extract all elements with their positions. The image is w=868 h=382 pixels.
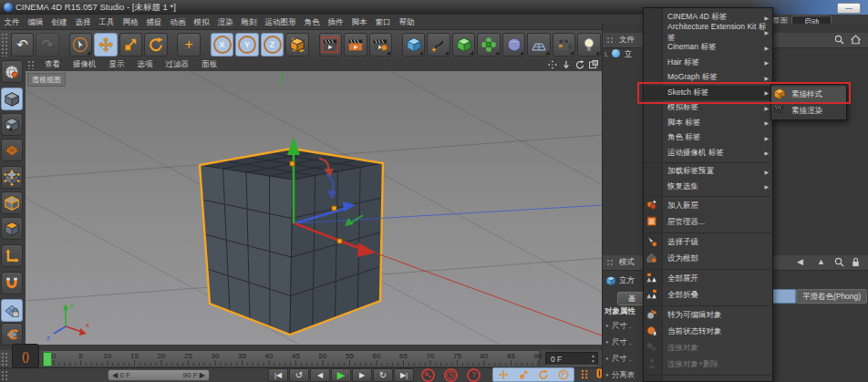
- add-camera-button[interactable]: [553, 33, 576, 57]
- menu-11[interactable]: 雕刻: [237, 15, 261, 29]
- workplane-lock-button[interactable]: [1, 299, 23, 322]
- timeline-ruler[interactable]: 051015202530354045505560657075808590: [42, 350, 540, 367]
- play-button[interactable]: ▶: [331, 368, 351, 382]
- viewport-menu-2[interactable]: 摄像机: [67, 59, 103, 70]
- key-pla-button[interactable]: [580, 368, 591, 379]
- menu-item-运动摄像机-标签[interactable]: 运动摄像机 标签▶: [644, 146, 772, 161]
- key-parameter-button[interactable]: P: [558, 369, 569, 380]
- search-icon[interactable]: [833, 256, 845, 268]
- attribute-row[interactable]: ●尺寸 .: [605, 321, 631, 332]
- model-mode-button[interactable]: [1, 88, 23, 110]
- menu-5[interactable]: 工具: [95, 15, 119, 29]
- menu-6[interactable]: 网格: [119, 15, 142, 29]
- menu-17[interactable]: 帮助: [395, 15, 418, 29]
- attribute-row[interactable]: ●尺寸 .: [605, 354, 631, 365]
- autokey-button[interactable]: [444, 368, 458, 382]
- menu-item-设为根部[interactable]: 设为根部: [644, 251, 772, 267]
- viewport-menu-6[interactable]: 面板: [195, 59, 223, 70]
- anim-dot-icon[interactable]: ●: [605, 356, 609, 361]
- coordinate-system-button[interactable]: [285, 33, 309, 57]
- attribute-manager-grip[interactable]: [606, 259, 614, 266]
- animation-palette-icon[interactable]: (): [12, 344, 39, 368]
- loop-button[interactable]: ↻: [373, 368, 393, 382]
- spinner-arrows-icon[interactable]: ▲▼: [591, 353, 595, 364]
- menu-item-Hair-标签[interactable]: Hair 标签▶: [644, 56, 772, 71]
- menu-item-转为可编辑对象[interactable]: 转为可编辑对象: [644, 307, 772, 324]
- rotate-view-button[interactable]: [573, 58, 586, 70]
- viewport-menu-1[interactable]: 查看: [38, 59, 67, 70]
- home-icon[interactable]: [850, 34, 862, 46]
- current-frame-field[interactable]: 0 F▲▼: [545, 352, 598, 366]
- texture-mode-button[interactable]: [1, 113, 23, 136]
- viewport-menu-3[interactable]: 显示: [103, 59, 131, 70]
- menu-13[interactable]: 角色: [300, 15, 324, 29]
- viewport-menu-5[interactable]: 过滤器: [160, 59, 196, 70]
- add-deformer-button[interactable]: [477, 33, 501, 57]
- workplane-align-button[interactable]: [1, 323, 23, 346]
- search-icon[interactable]: [833, 34, 845, 46]
- submenu-item-素描渲染[interactable]: 素描渲染: [771, 103, 846, 119]
- add-light-button[interactable]: [577, 33, 601, 57]
- record-keyframe-button[interactable]: [421, 368, 435, 382]
- menu-item-全部展开[interactable]: 全部展开: [644, 271, 772, 287]
- key-rotation-button[interactable]: [538, 369, 549, 380]
- menu-1[interactable]: 文件: [0, 15, 24, 29]
- move-button[interactable]: [94, 33, 118, 57]
- menu-10[interactable]: 渲染: [213, 15, 237, 29]
- key-scale-button[interactable]: [518, 369, 529, 380]
- object-manager-menu[interactable]: 文件: [619, 35, 635, 46]
- menu-9[interactable]: 模拟: [190, 15, 213, 29]
- add-environment-button[interactable]: [502, 33, 526, 57]
- menu-item-全部折叠[interactable]: 全部折叠: [644, 287, 772, 304]
- viewport-label[interactable]: 透视视图: [27, 73, 66, 87]
- menu-item-脚本-标签[interactable]: 脚本 标签▶: [644, 116, 772, 131]
- goto-end-button[interactable]: ▶|: [394, 368, 414, 382]
- menu-3[interactable]: 创建: [47, 15, 71, 29]
- attribute-row[interactable]: ●尺寸 .: [605, 337, 631, 348]
- toolbar-grip[interactable]: [1, 33, 7, 57]
- history-up-icon[interactable]: ▲: [817, 257, 825, 266]
- anim-dot-icon[interactable]: ●: [605, 372, 609, 377]
- timeline-grip[interactable]: [1, 352, 7, 366]
- play-reverse-button[interactable]: ↺: [289, 368, 309, 382]
- keyframe-options-button[interactable]: ?: [467, 368, 480, 382]
- lock-z-button[interactable]: Z: [261, 33, 284, 57]
- menu-item-加载标签预置[interactable]: 加载标签预置▶: [644, 164, 772, 180]
- menu-2[interactable]: 编辑: [24, 15, 47, 29]
- menu-8[interactable]: 动画: [166, 15, 190, 29]
- render-picture-viewer-button[interactable]: [344, 33, 367, 57]
- transport-grip[interactable]: [1, 370, 7, 381]
- lock-x-button[interactable]: X: [211, 33, 234, 57]
- menu-item-Architecture-Extension-Kit-标签[interactable]: Architecture Extension Kit 标签▶: [644, 26, 772, 41]
- lock-y-button[interactable]: Y: [235, 33, 259, 57]
- viewport-menu-4[interactable]: 选项: [131, 59, 160, 70]
- render-settings-button[interactable]: [369, 33, 393, 57]
- history-back-icon[interactable]: ◀: [797, 257, 803, 266]
- undo-button[interactable]: ↶: [11, 33, 35, 57]
- minimize-button[interactable]: —: [837, 3, 861, 14]
- menu-item-角色-标签[interactable]: 角色 标签▶: [644, 130, 772, 146]
- viewport-grip[interactable]: [27, 60, 35, 69]
- scale-button[interactable]: [119, 33, 143, 57]
- paint-setup-button[interactable]: [1, 60, 23, 83]
- next-frame-button[interactable]: ▶: [352, 368, 372, 382]
- phong-tag-chip[interactable]: 平滑着色(Phong): [796, 289, 867, 304]
- viewport-canvas[interactable]: yxz 透视视图: [26, 71, 602, 345]
- live-selection-button[interactable]: [69, 33, 93, 57]
- menu-12[interactable]: 运动图形: [261, 15, 300, 29]
- workplane-mode-button[interactable]: [1, 139, 23, 161]
- zoom-button[interactable]: [559, 58, 573, 70]
- object-tree-row[interactable]: L 立: [604, 49, 632, 60]
- key-position-button[interactable]: [498, 369, 509, 380]
- menu-item-当前状态转对象[interactable]: 当前状态转对象: [644, 324, 772, 340]
- menu-item-clipped[interactable]: [644, 377, 772, 382]
- pan-button[interactable]: [545, 58, 559, 70]
- edges-mode-button[interactable]: [1, 191, 23, 214]
- menu-15[interactable]: 脚本: [347, 15, 371, 29]
- snap-button[interactable]: [1, 272, 23, 294]
- redo-button[interactable]: ↷: [36, 33, 59, 57]
- enable-axis-button[interactable]: [1, 244, 23, 267]
- menu-item-加入新层[interactable]: 加入新层: [644, 198, 772, 214]
- toggle-views-button[interactable]: [586, 58, 600, 70]
- goto-start-button[interactable]: |◀: [268, 368, 288, 382]
